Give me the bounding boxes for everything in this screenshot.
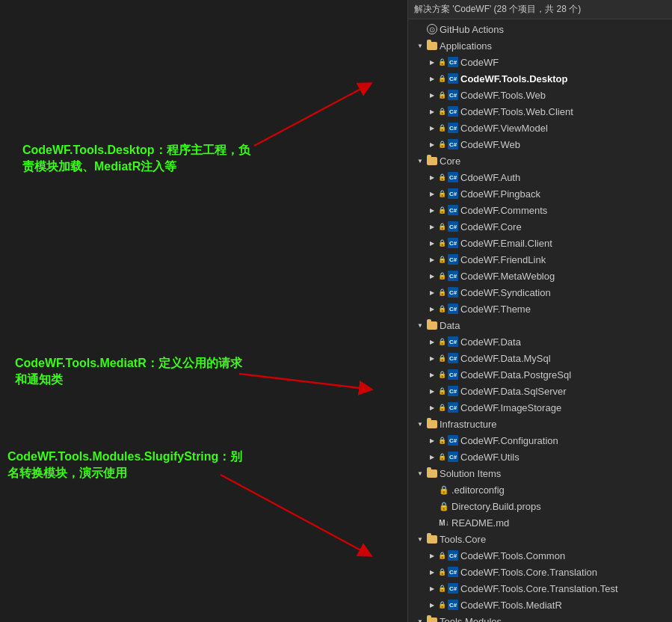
expand-icon-codewf-tools-mediatr[interactable]	[426, 599, 438, 611]
item-label-tools-modules-folder: Tools.Modules	[440, 616, 502, 623]
tree-item-codewf-viewmodel[interactable]: 🔒C#CodeWF.ViewModel	[408, 120, 672, 136]
item-label-codewf-friendlink: CodeWF.FriendLink	[460, 254, 546, 265]
expand-icon-tools-modules-folder[interactable]	[414, 615, 426, 622]
expand-icon-editorconfig[interactable]	[426, 484, 438, 496]
tree-item-codewf[interactable]: 🔒C#CodeWF	[408, 54, 672, 70]
annotation-desktop: CodeWF.Tools.Desktop：程序主工程，负责模块加载、Mediat…	[22, 142, 254, 176]
tree-item-github-actions[interactable]: ⊙GitHub Actions	[408, 21, 672, 37]
expand-icon-codewf-imagestorage[interactable]	[426, 401, 438, 413]
expand-icon-core-folder[interactable]	[414, 155, 426, 167]
tree-item-codewf-theme[interactable]: 🔒C#CodeWF.Theme	[408, 301, 672, 317]
tree-item-codewf-utils[interactable]: 🔒C#CodeWF.Utils	[408, 449, 672, 465]
tree-item-infrastructure-folder[interactable]: Infrastructure	[408, 416, 672, 432]
tree-item-codewf-tools-core-translation[interactable]: 🔒C#CodeWF.Tools.Core.Translation	[408, 564, 672, 580]
expand-icon-codewf-tools-common[interactable]	[426, 549, 438, 561]
lock-badge-codewf-auth: 🔒C#	[438, 171, 460, 183]
svg-line-2	[239, 374, 366, 389]
expand-icon-readme-md[interactable]	[426, 517, 438, 529]
expand-icon-codewf-metaweblog[interactable]	[426, 270, 438, 282]
expand-icon-codewf-tools-core-translation[interactable]	[426, 566, 438, 578]
lock-badge-codewf-metaweblog: 🔒C#	[438, 270, 460, 282]
lock-badge-codewf-data: 🔒C#	[438, 336, 460, 348]
expand-icon-codewf-tools-web[interactable]	[426, 89, 438, 101]
expand-icon-github-actions[interactable]	[414, 23, 426, 35]
solution-header: 解决方案 'CodeWF' (28 个项目，共 28 个)	[408, 0, 672, 19]
lock-badge-codewf-email-client: 🔒C#	[438, 237, 460, 249]
item-label-codewf-data-mysql: CodeWF.Data.MySql	[460, 353, 551, 364]
svg-line-1	[254, 86, 366, 146]
item-label-codewf-metaweblog: CodeWF.MetaWeblog	[460, 271, 555, 282]
tree-item-codewf-friendlink[interactable]: 🔒C#CodeWF.FriendLink	[408, 251, 672, 268]
lock-badge-codewf-core: 🔒C#	[438, 221, 460, 233]
expand-icon-infrastructure-folder[interactable]	[414, 418, 426, 430]
tree-item-applications[interactable]: Applications	[408, 37, 672, 54]
tree-item-codewf-web[interactable]: 🔒C#CodeWF.Web	[408, 136, 672, 153]
tree-item-solution-items-folder[interactable]: Solution Items	[408, 465, 672, 481]
expand-icon-codewf-viewmodel[interactable]	[426, 122, 438, 134]
tree-container: ⊙GitHub ActionsApplications🔒C#CodeWF🔒C#C…	[408, 19, 672, 622]
tree-item-tools-core-folder[interactable]: Tools.Core	[408, 531, 672, 547]
tree-item-codewf-auth[interactable]: 🔒C#CdoeWF.Auth	[408, 169, 672, 185]
expand-icon-codewf-email-client[interactable]	[426, 237, 438, 249]
tree-item-codewf-syndication[interactable]: 🔒C#CodeWF.Syndication	[408, 284, 672, 301]
expand-icon-codewf-tools-core-translation-test[interactable]	[426, 582, 438, 594]
tree-item-codewf-core[interactable]: 🔒C#CodeWF.Core	[408, 218, 672, 235]
tree-item-codewf-metaweblog[interactable]: 🔒C#CodeWF.MetaWeblog	[408, 268, 672, 284]
expand-icon-codewf-friendlink[interactable]	[426, 253, 438, 265]
tree-item-editorconfig[interactable]: 🔒.editorconfig	[408, 481, 672, 498]
expand-icon-codewf-theme[interactable]	[426, 303, 438, 315]
tree-item-codewf-tools-core-translation-test[interactable]: 🔒C#CodeWF.Tools.Core.Translation.Test	[408, 580, 672, 597]
tree-item-codewf-tools-web[interactable]: 🔒C#CodeWF.Tools.Web	[408, 87, 672, 103]
expand-icon-codewf-core[interactable]	[426, 221, 438, 233]
tree-item-tools-modules-folder[interactable]: Tools.Modules	[408, 613, 672, 622]
tree-item-directory-build-props[interactable]: 🔒Directory.Build.props	[408, 498, 672, 514]
expand-icon-codewf-utils[interactable]	[426, 451, 438, 463]
tree-item-codewf-tools-common[interactable]: 🔒C#CodeWF.Tools.Common	[408, 547, 672, 564]
lock-badge-codewf-comments: 🔒C#	[438, 204, 460, 216]
tree-item-codewf-tools-desktop[interactable]: 🔒C#CodeWF.Tools.Desktop	[408, 70, 672, 87]
lock-badge-codewf-imagestorage: 🔒C#	[438, 401, 460, 413]
tree-item-codewf-comments[interactable]: 🔒C#CodeWF.Comments	[408, 202, 672, 218]
item-label-codewf-data-postgresql: CodeWF.Data.PostgreSql	[460, 369, 571, 381]
expand-icon-applications[interactable]	[414, 40, 426, 52]
expand-icon-tools-core-folder[interactable]	[414, 533, 426, 545]
tree-item-data-folder[interactable]: Data	[408, 317, 672, 333]
tree-item-codewf-imagestorage[interactable]: 🔒C#CodeWF.ImageStorage	[408, 399, 672, 416]
tree-item-codewf-data[interactable]: 🔒C#CodeWF.Data	[408, 333, 672, 350]
expand-icon-codewf-comments[interactable]	[426, 204, 438, 216]
lock-badge-codewf-syndication: 🔒C#	[438, 286, 460, 298]
item-label-applications: Applications	[440, 40, 492, 52]
expand-icon-directory-build-props[interactable]	[426, 500, 438, 512]
expand-icon-codewf-data-mysql[interactable]	[426, 352, 438, 364]
expand-icon-codewf-data-sqlserver[interactable]	[426, 385, 438, 397]
expand-icon-codewf-data-postgresql[interactable]	[426, 369, 438, 381]
tree-item-codewf-data-postgresql[interactable]: 🔒C#CodeWF.Data.PostgreSql	[408, 366, 672, 383]
tree-item-codewf-tools-web-client[interactable]: 🔒C#CodeWF.Tools.Web.Client	[408, 103, 672, 120]
lock-badge-codewf: 🔒C#	[438, 56, 460, 68]
tree-item-codewf-tools-mediatr[interactable]: 🔒C#CodeWF.Tools.MediatR	[408, 597, 672, 613]
tree-item-core-folder[interactable]: Core	[408, 153, 672, 169]
tree-item-codewf-configuration[interactable]: 🔒C#CodeWF.Configuration	[408, 432, 672, 449]
item-label-codewf-configuration: CodeWF.Configuration	[460, 435, 558, 446]
item-label-codewf-data-sqlserver: CodeWF.Data.SqlServer	[460, 386, 567, 397]
solution-explorer[interactable]: 解决方案 'CodeWF' (28 个项目，共 28 个) ⊙GitHub Ac…	[407, 0, 672, 622]
expand-icon-codewf-pingback[interactable]	[426, 188, 438, 200]
expand-icon-codewf-tools-desktop[interactable]	[426, 73, 438, 84]
expand-icon-codewf[interactable]	[426, 56, 438, 68]
expand-icon-codewf-configuration[interactable]	[426, 434, 438, 446]
expand-icon-codewf-data[interactable]	[426, 336, 438, 348]
expand-icon-solution-items-folder[interactable]	[414, 467, 426, 479]
expand-icon-codewf-syndication[interactable]	[426, 286, 438, 298]
tree-item-codewf-email-client[interactable]: 🔒C#CodeWF.Email.Client	[408, 235, 672, 251]
expand-icon-codewf-tools-web-client[interactable]	[426, 105, 438, 117]
tree-item-codewf-data-mysql[interactable]: 🔒C#CodeWF.Data.MySql	[408, 350, 672, 366]
expand-icon-codewf-auth[interactable]	[426, 171, 438, 183]
tree-item-codewf-pingback[interactable]: 🔒C#CdoeWF.Pingback	[408, 185, 672, 202]
expand-icon-data-folder[interactable]	[414, 319, 426, 331]
item-label-codewf-pingback: CdoeWF.Pingback	[460, 188, 540, 200]
tree-item-codewf-data-sqlserver[interactable]: 🔒C#CodeWF.Data.SqlServer	[408, 383, 672, 399]
item-label-codewf-tools-web-client: CodeWF.Tools.Web.Client	[460, 106, 573, 117]
tree-item-readme-md[interactable]: M↓README.md	[408, 514, 672, 531]
expand-icon-codewf-web[interactable]	[426, 138, 438, 150]
item-label-codewf-tools-mediatr: CodeWF.Tools.MediatR	[460, 600, 562, 611]
